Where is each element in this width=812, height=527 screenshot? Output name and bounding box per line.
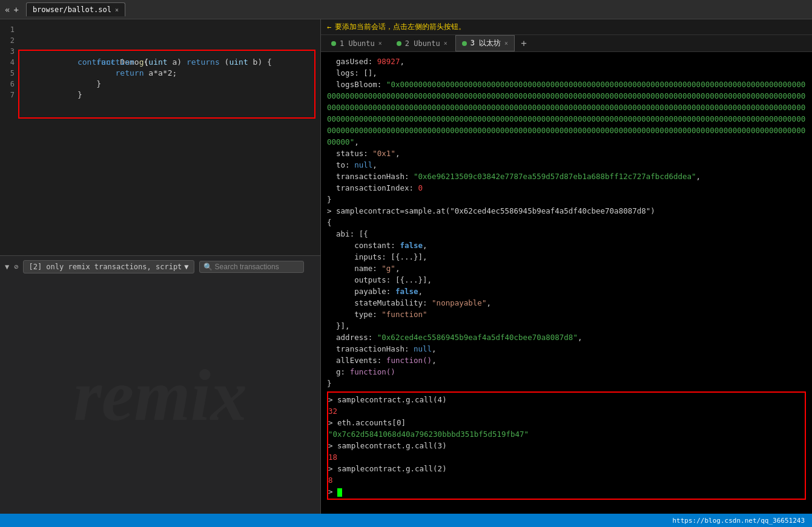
term-line-logs: logs: [], [327,67,806,79]
term-result-call4: 32 [328,405,805,417]
main-layout: 1 2 3 4 5 6 7 ⚠ contract Demo [0,19,812,514]
tab-3-label: 3 以太坊 [470,38,501,48]
line-num-1: 1 [5,24,15,35]
editor-area: 1 2 3 4 5 6 7 ⚠ contract Demo [0,19,320,255]
tx-search-box[interactable]: 🔍 [199,261,304,273]
code-line-1 [18,24,320,35]
line-num-7: 7 [5,90,15,100]
tab-1-dot [331,41,336,46]
watermark-logo: remix [73,354,247,437]
search-icon: 🔍 [203,263,213,271]
term-cmd-call3: > samplecontract.g.call(3) [328,440,805,451]
tx-filter-icon[interactable]: ⊘ [14,263,18,271]
terminal-tab-add-icon[interactable]: + [516,38,532,49]
terminal-content[interactable]: gasUsed: 98927, logs: [], logsBloom: "0x… [321,52,812,514]
line-num-2: 2 [5,35,15,46]
notice-arrow-icon: ← [327,23,331,31]
tx-filter-label: [2] only remix transactions, script [28,263,182,271]
terminal-tab-2-ubuntu[interactable]: 2 Ubuntu × [390,36,454,51]
terminal-tabs: 1 Ubuntu × 2 Ubuntu × 3 以太坊 × + [321,35,812,52]
term-line-type: type: "function" [327,309,806,320]
top-bar: « + browser/ballot.sol × [0,0,812,19]
term-result-call2: 8 [328,474,805,486]
terminal-cursor [337,488,342,497]
term-cmd-call2: > samplecontract.g.call(2) [328,463,805,474]
code-line-7 [18,90,320,100]
term-line-outputs: outputs: [{...}], [327,274,806,286]
tab-2-dot [397,41,401,46]
code-editor: 1 2 3 4 5 6 7 ⚠ contract Demo [0,19,320,255]
term-line-payable: payable: false, [327,286,806,297]
tab-3-close-icon[interactable]: × [504,40,508,47]
terminal-tab-3-ethereum[interactable]: 3 以太坊 × [455,35,515,51]
code-line-2: ⚠ contract Demo { [18,35,320,46]
line-num-6: 6 [5,79,15,90]
editor-tab-ballot[interactable]: browser/ballot.sol × [26,2,125,16]
editor-controls: « + [5,5,19,15]
tab-2-label: 2 Ubuntu [405,39,440,48]
term-line-inputs: inputs: [{...}], [327,251,806,263]
term-line-sample-at: > samplecontract=sample.at("0x62ced4ec55… [327,205,806,217]
term-line-open-brace1: { [327,217,806,228]
tab-3-dot [462,41,467,46]
notice-text: 要添加当前会话，点击左侧的箭头按钮。 [335,22,466,32]
tx-dropdown-arrow-icon: ▼ [184,263,188,271]
term-cmd-call4: > samplecontract.g.call(4) [328,394,805,405]
term-line-to: to: null, [327,159,806,171]
term-line-txhash2: transactionHash: null, [327,343,806,355]
editor-tab-label: browser/ballot.sol [33,5,111,14]
term-cmd-accounts: > eth.accounts[0] [328,417,805,428]
term-line-abi: abi: [{ [327,228,806,240]
back-arrow-icon[interactable]: « [5,5,10,15]
line-num-3: 3 [5,46,15,57]
terminal-tab-1-ubuntu[interactable]: 1 Ubuntu × [325,36,389,51]
term-result-call3: 18 [328,451,805,463]
term-line-logsbloom-label: logsBloom: "0x00000000000000000000000000… [327,79,806,148]
tab-1-close-icon[interactable]: × [378,40,382,47]
code-line-5: } [18,68,320,79]
term-line-abi-close: }], [327,320,806,332]
right-panel: ← 要添加当前会话，点击左侧的箭头按钮。 1 Ubuntu × 2 Ubuntu… [321,19,812,514]
tab-1-label: 1 Ubuntu [340,39,375,48]
term-line-txindex: transactionIndex: 0 [327,182,806,194]
status-bar: https://blog.csdn.net/qq_36651243 [0,514,812,527]
term-line-constant: constant: false, [327,240,806,251]
status-url: https://blog.csdn.net/qq_36651243 [672,517,805,525]
term-line-close-brace2: } [327,378,806,389]
search-input[interactable] [215,263,300,271]
term-line-statemutability: stateMutability: "nonpayable", [327,297,806,309]
term-line-address: address: "0x62ced4ec5586945b9eaf4a5df40c… [327,332,806,343]
line-num-4: 4 [5,57,15,68]
line-numbers: 1 2 3 4 5 6 7 [0,19,18,255]
term-line-gasused: gasUsed: 98927, [327,56,806,67]
editor-tab-close-icon[interactable]: × [115,7,119,13]
tx-filter-dropdown[interactable]: [2] only remix transactions, script ▼ [23,260,194,273]
term-line-close-brace1: } [327,194,806,205]
tab-2-close-icon[interactable]: × [444,40,447,47]
transaction-bar: ▼ ⊘ [2] only remix transactions, script … [0,255,320,278]
term-line-status: status: "0x1", [327,148,806,159]
term-line-txhash: transactionHash: "0x6e96213509c03842e778… [327,171,806,182]
code-line-3: function g(uint a) returns (uint b) { [18,46,320,57]
code-content[interactable]: ⚠ contract Demo { function g(uint a) ret… [18,19,320,255]
term-prompt-line: > [328,486,805,497]
add-editor-icon[interactable]: + [13,5,18,15]
code-line-4: return a*a*2; [18,57,320,68]
term-line-allevents: allEvents: function(), [327,355,806,366]
code-line-6: } [18,79,320,90]
terminal-notice: ← 要添加当前会话，点击左侧的箭头按钮。 [321,19,812,35]
term-line-name: name: "g", [327,263,806,274]
tx-list-area: remix [0,278,320,514]
term-result-accounts: "0x7c62d5841068d40a796230bbbd351bf5d519f… [328,428,805,440]
line-num-5: 5 [5,68,15,79]
left-panel: 1 2 3 4 5 6 7 ⚠ contract Demo [0,19,321,514]
tx-collapse-icon[interactable]: ▼ [5,263,9,271]
term-line-g: g: function() [327,366,806,378]
terminal-bottom-box: > samplecontract.g.call(4) 32 > eth.acco… [327,391,806,500]
